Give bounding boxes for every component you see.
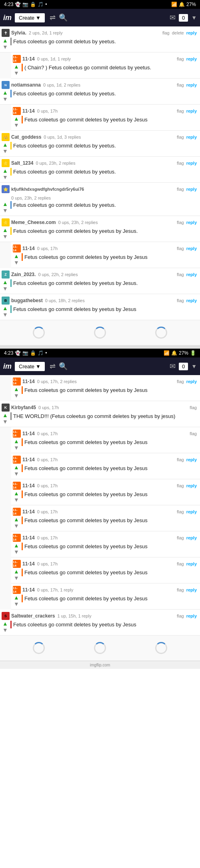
downvote-button[interactable]: ▼ <box>14 601 19 607</box>
flag-button[interactable]: flag <box>177 135 184 139</box>
upvote-button[interactable]: ▲ <box>2 142 8 147</box>
downvote-button[interactable]: ▼ <box>14 575 19 581</box>
notif-count-2[interactable]: 0 <box>179 363 188 370</box>
flag-button[interactable]: flag <box>177 161 184 166</box>
notif-count-1[interactable]: 0 <box>179 14 188 22</box>
upvote-button[interactable]: ▲ <box>14 517 19 522</box>
flag-button[interactable]: flag <box>177 614 184 618</box>
signal-icon: 📶 <box>171 2 177 7</box>
flag-button[interactable]: flag <box>177 509 184 514</box>
flag-button[interactable]: flag <box>190 405 197 410</box>
flag-button[interactable]: flag <box>162 30 170 35</box>
delete-button[interactable]: delete <box>172 30 184 35</box>
downvote-button[interactable]: ▼ <box>14 393 19 398</box>
reply-button[interactable]: reply <box>186 57 197 61</box>
comment-body: ▲ ▼ Fetus coleetus go commit deletes by … <box>13 386 197 398</box>
downvote-button[interactable]: ▼ <box>2 286 8 291</box>
reply-button[interactable]: reply <box>186 298 197 303</box>
reply-button[interactable]: reply <box>186 135 197 139</box>
flag-button[interactable]: flag <box>177 83 184 87</box>
downvote-button[interactable]: ▼ <box>2 174 8 180</box>
flag-button[interactable]: flag <box>177 457 184 462</box>
reply-button[interactable]: reply <box>186 272 197 277</box>
upvote-button[interactable]: ▲ <box>14 116 19 121</box>
flag-button[interactable]: flag <box>177 535 184 540</box>
reply-button[interactable]: reply <box>186 587 197 592</box>
downvote-button[interactable]: ▼ <box>14 497 19 503</box>
upvote-button[interactable]: ▲ <box>2 168 8 174</box>
upvote-button[interactable]: ▲ <box>14 438 19 444</box>
reply-button[interactable]: reply <box>186 509 197 514</box>
mail-icon-1[interactable]: ✉ <box>170 13 176 22</box>
upvote-button[interactable]: ▲ <box>2 279 8 285</box>
downvote-button[interactable]: ▼ <box>14 70 19 76</box>
upvote-button[interactable]: ▲ <box>2 305 8 311</box>
upvote-button[interactable]: ▲ <box>14 595 19 600</box>
upvote-button[interactable]: ▲ <box>14 386 19 392</box>
reply-button[interactable]: reply <box>186 187 197 192</box>
flag-button[interactable]: flag <box>177 298 184 303</box>
downvote-button[interactable]: ▼ <box>2 148 8 154</box>
shuffle-icon-2[interactable]: ⇌ <box>50 362 56 371</box>
upvote-button[interactable]: ▲ <box>2 201 8 207</box>
reply-button[interactable]: reply <box>186 457 197 462</box>
comment-actions: flag reply <box>177 483 197 488</box>
flag-button[interactable]: flag <box>177 587 184 592</box>
downvote-button[interactable]: ▼ <box>14 523 19 529</box>
search-icon-2[interactable]: 🔍 <box>59 362 68 371</box>
upvote-button[interactable]: ▲ <box>14 569 19 574</box>
downvote-button[interactable]: ▼ <box>14 260 19 265</box>
flag-button[interactable]: flag <box>177 483 184 488</box>
upvote-button[interactable]: ▲ <box>14 464 19 470</box>
reply-button[interactable]: reply <box>186 30 197 35</box>
flag-button[interactable]: flag <box>177 109 184 113</box>
flag-button[interactable]: flag <box>177 57 184 61</box>
comment-body: ▲ ▼ Fetus coleetus go commit deletes by … <box>13 464 197 476</box>
downvote-button[interactable]: ▼ <box>2 419 8 424</box>
flag-button[interactable]: flag <box>177 187 184 192</box>
downvote-button[interactable]: ▼ <box>2 96 8 102</box>
flag-button[interactable]: flag <box>177 561 184 566</box>
upvote-button[interactable]: ▲ <box>2 621 8 626</box>
upvote-button[interactable]: ▲ <box>14 253 19 259</box>
reply-button[interactable]: reply <box>186 161 197 166</box>
reply-button[interactable]: reply <box>186 483 197 488</box>
reply-button[interactable]: reply <box>186 561 197 566</box>
upvote-button[interactable]: ▲ <box>2 412 8 418</box>
reply-button[interactable]: reply <box>186 220 197 225</box>
reply-button[interactable]: reply <box>186 109 197 113</box>
upvote-button[interactable]: ▲ <box>2 38 8 43</box>
reply-button[interactable]: reply <box>186 83 197 87</box>
downvote-button[interactable]: ▼ <box>14 549 19 555</box>
flag-button[interactable]: flag <box>177 379 184 384</box>
create-button-2[interactable]: Create ▼ <box>15 362 45 371</box>
reply-button[interactable]: reply <box>186 379 197 384</box>
flag-button[interactable]: flag <box>177 220 184 225</box>
upvote-button[interactable]: ▲ <box>2 90 8 95</box>
mail-icon-2[interactable]: ✉ <box>170 362 176 371</box>
flag-button[interactable]: flag <box>177 272 184 277</box>
upvote-button[interactable]: ▲ <box>14 543 19 548</box>
upvote-button[interactable]: ▲ <box>2 227 8 233</box>
downvote-button[interactable]: ▼ <box>2 627 8 633</box>
downvote-button[interactable]: ▼ <box>2 208 8 213</box>
downvote-button[interactable]: ▼ <box>14 445 19 450</box>
reply-button[interactable]: reply <box>186 614 197 618</box>
shuffle-icon-1[interactable]: ⇌ <box>50 13 56 22</box>
upvote-button[interactable]: ▲ <box>14 64 19 69</box>
flag-button[interactable]: flag <box>190 431 197 436</box>
comment-user-info: 11-14 11-14 0 ups, 17h <box>13 244 177 252</box>
reply-button[interactable]: reply <box>186 246 197 251</box>
search-icon-1[interactable]: 🔍 <box>59 13 68 22</box>
upvote-button[interactable]: ▲ <box>14 491 19 496</box>
downvote-button[interactable]: ▼ <box>14 122 19 128</box>
nav-dropdown-2[interactable]: ▼ <box>191 363 197 369</box>
downvote-button[interactable]: ▼ <box>2 44 8 50</box>
downvote-button[interactable]: ▼ <box>14 471 19 476</box>
downvote-button[interactable]: ▼ <box>2 312 8 317</box>
nav-dropdown-1[interactable]: ▼ <box>191 14 197 21</box>
reply-button[interactable]: reply <box>186 535 197 540</box>
flag-button[interactable]: flag <box>177 246 184 251</box>
create-button-1[interactable]: Create ▼ <box>15 13 45 22</box>
downvote-button[interactable]: ▼ <box>2 234 8 239</box>
